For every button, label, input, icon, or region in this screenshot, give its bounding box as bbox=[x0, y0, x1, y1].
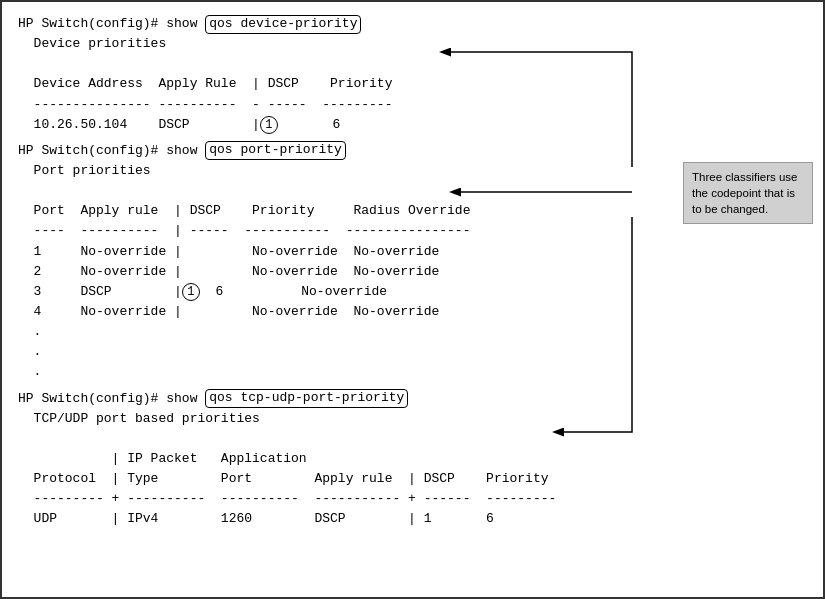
section2-circle: 1 bbox=[182, 283, 200, 301]
section3-row1: UDP | IPv4 1260 DSCP | 1 6 bbox=[18, 509, 807, 529]
cmd1-boxed: qos device-priority bbox=[205, 15, 361, 34]
section2-r1: 1 No-override | No-override No-override bbox=[18, 242, 807, 262]
annotation-text: Three classifiers use the codepoint that… bbox=[692, 171, 797, 215]
section3-blank bbox=[18, 429, 807, 449]
section2-r3: 3 DSCP |1 6 No-override bbox=[18, 282, 807, 302]
annotation-box: Three classifiers use the codepoint that… bbox=[683, 162, 813, 224]
section1-title: Device priorities bbox=[18, 34, 807, 54]
main-container: HP Switch(config)# show qos device-prior… bbox=[0, 0, 825, 599]
section1-block: Device priorities Device Address Apply R… bbox=[18, 34, 807, 135]
section1-row1-b: 6 bbox=[278, 115, 340, 135]
section2-dot2: . bbox=[18, 342, 807, 362]
section1-circle: 1 bbox=[260, 116, 278, 134]
section1-row1-a: 10.26.50.104 DSCP | bbox=[18, 115, 260, 135]
cmd3-boxed: qos tcp-udp-port-priority bbox=[205, 389, 408, 408]
section2-r4: 4 No-override | No-override No-override bbox=[18, 302, 807, 322]
section2-r3-b: 6 No-override bbox=[200, 282, 387, 302]
cmd1-text: show bbox=[166, 14, 205, 34]
section1-header: Device Address Apply Rule | DSCP Priorit… bbox=[18, 74, 807, 94]
cmd2-boxed: qos port-priority bbox=[205, 141, 346, 160]
section2-divider: ---- ---------- | ----- ----------- ----… bbox=[18, 221, 807, 241]
command-line-1: HP Switch(config)# show qos device-prior… bbox=[18, 14, 807, 34]
cmd2-text: show bbox=[166, 141, 205, 161]
section3-divider: --------- + ---------- ---------- ------… bbox=[18, 489, 807, 509]
section3-header2: Protocol | Type Port Apply rule | DSCP P… bbox=[18, 469, 807, 489]
command-line-2: HP Switch(config)# show qos port-priorit… bbox=[18, 141, 807, 161]
section2-dot3: . bbox=[18, 362, 807, 382]
section2-dot1: . bbox=[18, 322, 807, 342]
section2-r3-a: 3 DSCP | bbox=[18, 282, 182, 302]
cmd3-text: show bbox=[166, 389, 205, 409]
prompt-1: HP Switch(config)# bbox=[18, 14, 166, 34]
section1-row1: 10.26.50.104 DSCP |1 6 bbox=[18, 115, 807, 135]
section3-title: TCP/UDP port based priorities bbox=[18, 409, 807, 429]
section1-blank bbox=[18, 54, 807, 74]
prompt-3: HP Switch(config)# bbox=[18, 389, 166, 409]
section2-r2: 2 No-override | No-override No-override bbox=[18, 262, 807, 282]
prompt-2: HP Switch(config)# bbox=[18, 141, 166, 161]
command-line-3: HP Switch(config)# show qos tcp-udp-port… bbox=[18, 389, 807, 409]
section1-divider: --------------- ---------- - ----- -----… bbox=[18, 95, 807, 115]
section3-block: TCP/UDP port based priorities | IP Packe… bbox=[18, 409, 807, 530]
section3-header1: | IP Packet Application bbox=[18, 449, 807, 469]
terminal-area: HP Switch(config)# show qos device-prior… bbox=[2, 2, 823, 597]
